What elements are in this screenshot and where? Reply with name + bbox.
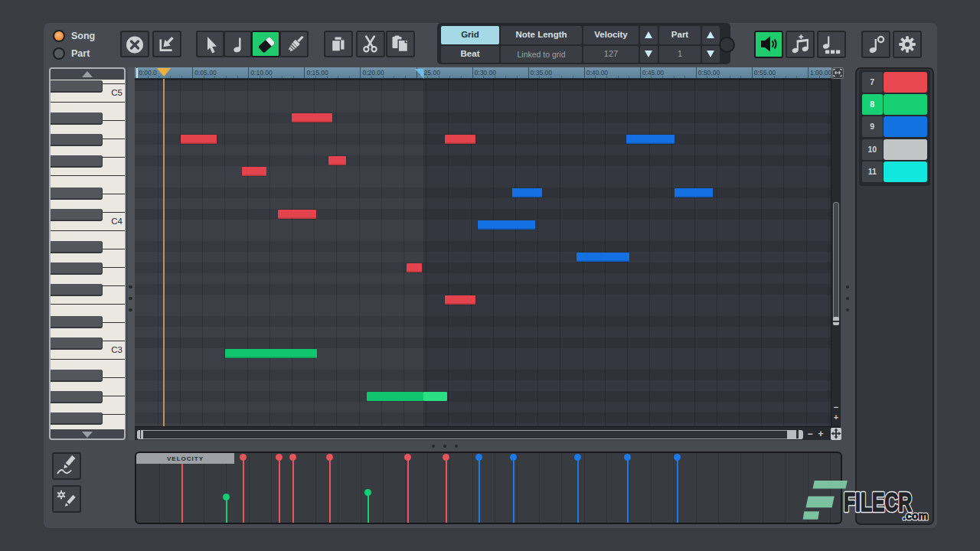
svg-text:.com: .com [903,509,928,522]
svg-text:FILECR: FILECR [844,487,912,517]
